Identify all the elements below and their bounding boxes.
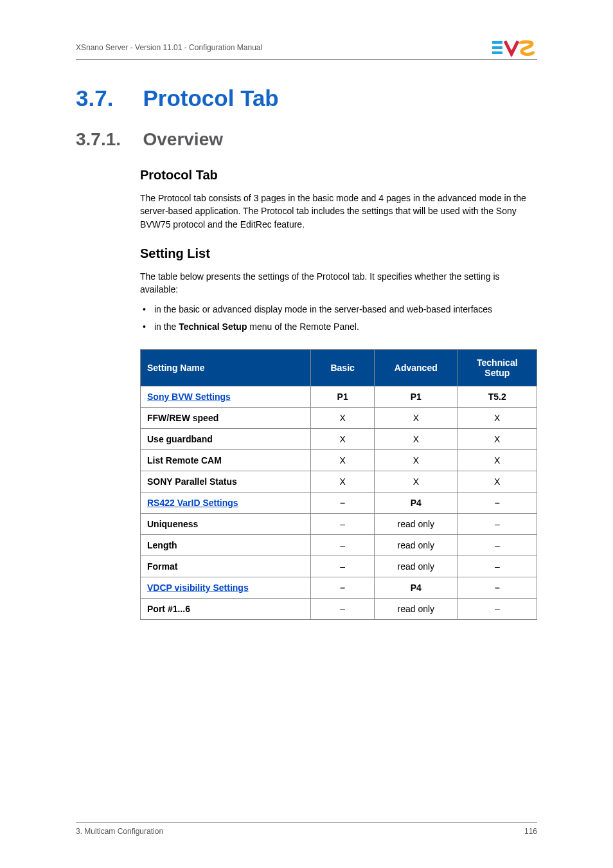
cell-basic: – [311,535,375,556]
cell-name: VDCP visibility Settings [141,577,311,599]
col-header-advanced: Advanced [375,350,458,386]
table-row: RS422 VarID Settings–P4– [141,493,537,514]
cell-advanced: X [375,450,458,471]
bullet-list: in the basic or advanced display mode in… [140,302,537,334]
table-row: List Remote CAMXXX [141,450,537,471]
cell-name: SONY Parallel Status [141,471,311,493]
cell-basic: X [311,408,375,429]
svg-rect-1 [492,46,502,49]
section-heading: 3.7. Protocol Tab [76,86,537,111]
subsection-title: Overview [143,129,223,150]
cell-name: Format [141,556,311,577]
cell-basic: X [311,471,375,493]
col-header-tech: TechnicalSetup [458,350,537,386]
subsection-number: 3.7.1. [76,129,140,150]
bullet-bold: Technical Setup [179,321,247,332]
cell-advanced: read only [375,535,458,556]
cell-basic: – [311,514,375,535]
cell-tech: X [458,429,537,450]
cell-advanced: P4 [375,493,458,514]
cell-name: List Remote CAM [141,450,311,471]
bullet-text: menu of the Remote Panel. [247,321,359,332]
cell-name: RS422 VarID Settings [141,493,311,514]
col-header-name: Setting Name [141,350,311,386]
block1-heading: Protocol Tab [140,168,537,183]
footer-left: 3. Multicam Configuration [76,827,163,836]
table-row: Format–read only– [141,556,537,577]
table-row: Length–read only– [141,535,537,556]
cell-advanced: X [375,408,458,429]
page-header: XSnano Server - Version 11.01 - Configur… [76,39,537,60]
cell-name: Use guardband [141,429,311,450]
setting-link[interactable]: RS422 VarID Settings [147,498,238,508]
cell-tech: X [458,450,537,471]
table-row: Port #1...6–read only– [141,599,537,620]
bullet-text: in the [154,321,179,332]
cell-tech: – [458,599,537,620]
header-text: XSnano Server - Version 11.01 - Configur… [76,43,262,52]
table-row: Use guardbandXXX [141,429,537,450]
cell-name: Sony BVW Settings [141,386,311,408]
table-row: VDCP visibility Settings–P4– [141,577,537,599]
cell-tech: – [458,514,537,535]
block1-text: The Protocol tab consists of 3 pages in … [140,192,537,231]
svg-rect-2 [492,51,502,54]
cell-name: Length [141,535,311,556]
cell-tech: T5.2 [458,386,537,408]
cell-basic: P1 [311,386,375,408]
cell-name: Uniqueness [141,514,311,535]
cell-tech: X [458,471,537,493]
col-header-basic: Basic [311,350,375,386]
cell-tech: – [458,535,537,556]
block2-intro: The table below presents the settings of… [140,270,537,296]
cell-advanced: P1 [375,386,458,408]
setting-link[interactable]: VDCP visibility Settings [147,583,249,593]
cell-advanced: read only [375,599,458,620]
cell-advanced: read only [375,556,458,577]
cell-basic: – [311,556,375,577]
cell-advanced: X [375,471,458,493]
cell-tech: – [458,556,537,577]
bullet-item: in the basic or advanced display mode in… [140,302,537,316]
table-row: Sony BVW SettingsP1P1T5.2 [141,386,537,408]
cell-basic: – [311,493,375,514]
table-row: SONY Parallel StatusXXX [141,471,537,493]
table-row: Uniqueness–read only– [141,514,537,535]
cell-name: FFW/REW speed [141,408,311,429]
cell-tech: X [458,408,537,429]
bullet-text: in the basic or advanced display mode in… [154,304,492,314]
svg-rect-0 [492,41,502,44]
settings-table: Setting Name Basic Advanced TechnicalSet… [140,349,537,620]
cell-basic: X [311,450,375,471]
table-row: FFW/REW speedXXX [141,408,537,429]
cell-basic: – [311,599,375,620]
cell-tech: – [458,577,537,599]
evs-logo-icon [492,39,537,57]
footer-right: 116 [524,827,537,836]
cell-advanced: read only [375,514,458,535]
setting-link[interactable]: Sony BVW Settings [147,392,231,402]
cell-basic: X [311,429,375,450]
block2-heading: Setting List [140,246,537,261]
cell-advanced: X [375,429,458,450]
cell-basic: – [311,577,375,599]
cell-tech: – [458,493,537,514]
page-footer: 3. Multicam Configuration 116 [76,822,537,836]
bullet-item: in the Technical Setup menu of the Remot… [140,320,537,334]
cell-name: Port #1...6 [141,599,311,620]
section-title: Protocol Tab [143,86,278,111]
subsection-heading: 3.7.1. Overview [76,129,537,150]
table-header-row: Setting Name Basic Advanced TechnicalSet… [141,350,537,386]
section-number: 3.7. [76,86,140,111]
cell-advanced: P4 [375,577,458,599]
